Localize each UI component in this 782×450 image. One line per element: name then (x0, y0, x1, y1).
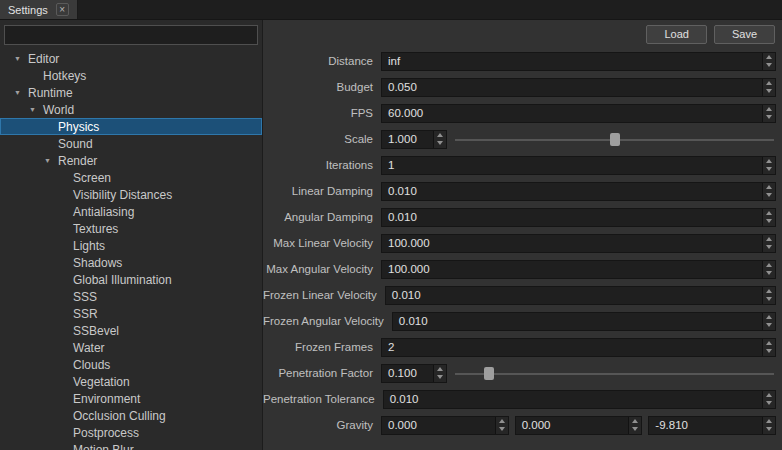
tree-item-shadows[interactable]: Shadows (0, 254, 262, 271)
penetration-factor-input[interactable]: 0.100 (381, 364, 447, 383)
gravity-x-input-spin-up-icon[interactable] (496, 417, 508, 426)
expand-arrow-icon[interactable]: ▼ (44, 157, 58, 164)
search-input[interactable] (4, 25, 258, 45)
angular-damping-input-spin-down-icon[interactable] (763, 217, 775, 226)
gravity-x-input-spin-down-icon[interactable] (496, 425, 508, 434)
scale-input-value[interactable]: 1.000 (382, 131, 433, 148)
tree-item-global-illumination[interactable]: Global Illumination (0, 271, 262, 288)
tree-item-ssr[interactable]: SSR (0, 305, 262, 322)
tab-close-icon[interactable]: × (56, 3, 69, 16)
frozen-angular-velocity-input-spin-down-icon[interactable] (763, 321, 775, 330)
tree-item-screen[interactable]: Screen (0, 169, 262, 186)
frozen-linear-velocity-input-spin-up-icon[interactable] (763, 287, 775, 296)
budget-input-spin-down-icon[interactable] (763, 87, 775, 96)
iterations-input-spin-up-icon[interactable] (763, 157, 775, 166)
penetration-factor-input-value[interactable]: 0.100 (382, 365, 433, 382)
max-linear-velocity-input-spin-down-icon[interactable] (763, 243, 775, 252)
frozen-linear-velocity-input[interactable]: 0.010 (385, 286, 776, 305)
distance-input-spin-down-icon[interactable] (763, 61, 775, 70)
tree-item-ssbevel[interactable]: SSBevel (0, 322, 262, 339)
load-button[interactable]: Load (646, 25, 706, 44)
tree-item-vegetation[interactable]: Vegetation (0, 373, 262, 390)
penetration-tolerance-input-spin-up-icon[interactable] (763, 391, 775, 400)
tree-item-occlusion-culling[interactable]: Occlusion Culling (0, 407, 262, 424)
gravity-y-input-value[interactable]: 0.000 (516, 417, 629, 434)
expand-arrow-icon[interactable]: ▼ (14, 89, 28, 96)
tree-item-textures[interactable]: Textures (0, 220, 262, 237)
iterations-input[interactable]: 1 (381, 156, 776, 175)
gravity-z-input[interactable]: -9.810 (648, 416, 776, 435)
max-linear-velocity-input[interactable]: 100.000 (381, 234, 776, 253)
budget-input-value[interactable]: 0.050 (382, 79, 762, 96)
max-angular-velocity-input-spin-down-icon[interactable] (763, 269, 775, 278)
gravity-y-input[interactable]: 0.000 (515, 416, 643, 435)
tree-item-motion-blur[interactable]: Motion Blur (0, 441, 262, 450)
gravity-z-input-spin-down-icon[interactable] (763, 425, 775, 434)
frozen-frames-input-spin-up-icon[interactable] (763, 339, 775, 348)
scale-input[interactable]: 1.000 (381, 130, 447, 149)
frozen-angular-velocity-input-spin-up-icon[interactable] (763, 313, 775, 322)
linear-damping-input-spin-up-icon[interactable] (763, 183, 775, 192)
fps-input[interactable]: 60.000 (381, 104, 776, 123)
frozen-angular-velocity-input-value[interactable]: 0.010 (393, 313, 762, 330)
max-linear-velocity-input-spin-up-icon[interactable] (763, 235, 775, 244)
tree-item-editor[interactable]: ▼Editor (0, 50, 262, 67)
gravity-x-input[interactable]: 0.000 (381, 416, 509, 435)
iterations-input-spin-down-icon[interactable] (763, 165, 775, 174)
tree-item-lights[interactable]: Lights (0, 237, 262, 254)
gravity-z-input-spin-up-icon[interactable] (763, 417, 775, 426)
iterations-input-value[interactable]: 1 (382, 157, 762, 174)
penetration-factor-input-spin-down-icon[interactable] (434, 373, 446, 382)
tree-item-render[interactable]: ▼Render (0, 152, 262, 169)
tree-item-sound[interactable]: Sound (0, 135, 262, 152)
frozen-linear-velocity-input-spin-down-icon[interactable] (763, 295, 775, 304)
max-linear-velocity-input-value[interactable]: 100.000 (382, 235, 762, 252)
frozen-linear-velocity-input-value[interactable]: 0.010 (386, 287, 762, 304)
tree-item-antialiasing[interactable]: Antialiasing (0, 203, 262, 220)
budget-input[interactable]: 0.050 (381, 78, 776, 97)
tree-item-sss[interactable]: SSS (0, 288, 262, 305)
scale-slider[interactable] (453, 130, 776, 149)
tree-item-clouds[interactable]: Clouds (0, 356, 262, 373)
penetration-tolerance-input-spin-down-icon[interactable] (763, 399, 775, 408)
tree-item-runtime[interactable]: ▼Runtime (0, 84, 262, 101)
fps-input-spin-down-icon[interactable] (763, 113, 775, 122)
tree-item-physics[interactable]: Physics (0, 118, 262, 135)
scale-input-spin-down-icon[interactable] (434, 139, 446, 148)
frozen-frames-input[interactable]: 2 (381, 338, 776, 357)
gravity-z-input-value[interactable]: -9.810 (649, 417, 762, 434)
gravity-y-input-spin-up-icon[interactable] (629, 417, 641, 426)
angular-damping-input-value[interactable]: 0.010 (382, 209, 762, 226)
distance-input-spin-up-icon[interactable] (763, 53, 775, 62)
budget-input-spin-up-icon[interactable] (763, 79, 775, 88)
gravity-y-input-spin-down-icon[interactable] (629, 425, 641, 434)
max-angular-velocity-input[interactable]: 100.000 (381, 260, 776, 279)
frozen-frames-input-value[interactable]: 2 (382, 339, 762, 356)
penetration-factor-slider[interactable] (453, 364, 776, 383)
tree-item-world[interactable]: ▼World (0, 101, 262, 118)
angular-damping-input-spin-up-icon[interactable] (763, 209, 775, 218)
save-button[interactable]: Save (714, 25, 775, 44)
penetration-tolerance-input-value[interactable]: 0.010 (384, 391, 762, 408)
frozen-frames-input-spin-down-icon[interactable] (763, 347, 775, 356)
scale-slider-handle[interactable] (610, 133, 620, 146)
scale-input-spin-up-icon[interactable] (434, 131, 446, 140)
angular-damping-input[interactable]: 0.010 (381, 208, 776, 227)
tree-item-postprocess[interactable]: Postprocess (0, 424, 262, 441)
distance-input-value[interactable]: inf (382, 53, 762, 70)
gravity-x-input-value[interactable]: 0.000 (382, 417, 495, 434)
expand-arrow-icon[interactable]: ▼ (29, 106, 43, 113)
linear-damping-input[interactable]: 0.010 (381, 182, 776, 201)
fps-input-spin-up-icon[interactable] (763, 105, 775, 114)
tree-item-hotkeys[interactable]: Hotkeys (0, 67, 262, 84)
max-angular-velocity-input-value[interactable]: 100.000 (382, 261, 762, 278)
linear-damping-input-value[interactable]: 0.010 (382, 183, 762, 200)
fps-input-value[interactable]: 60.000 (382, 105, 762, 122)
tree-item-environment[interactable]: Environment (0, 390, 262, 407)
tree-item-water[interactable]: Water (0, 339, 262, 356)
max-angular-velocity-input-spin-up-icon[interactable] (763, 261, 775, 270)
linear-damping-input-spin-down-icon[interactable] (763, 191, 775, 200)
frozen-angular-velocity-input[interactable]: 0.010 (392, 312, 776, 331)
tree-item-visibility-distances[interactable]: Visibility Distances (0, 186, 262, 203)
distance-input[interactable]: inf (381, 52, 776, 71)
